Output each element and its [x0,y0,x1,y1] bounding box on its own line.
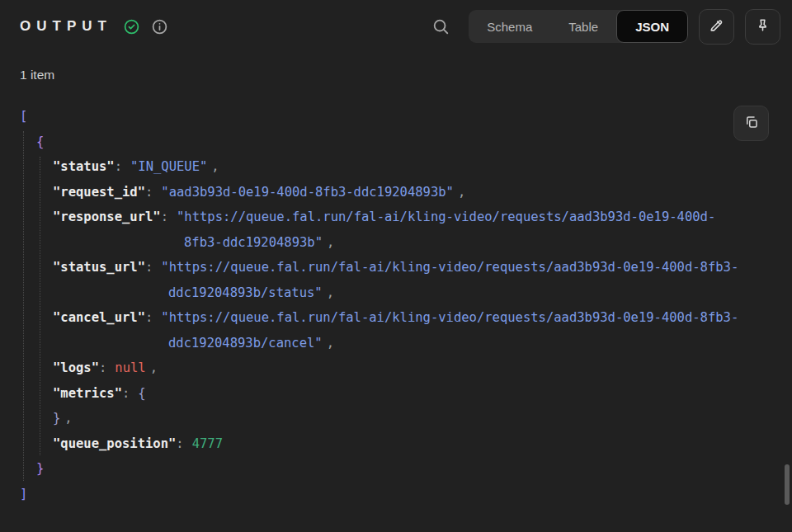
json-colon: : [145,185,153,200]
output-panel: OUTPUT Schema Table JSON 1 [0,0,792,511]
pin-button[interactable] [745,9,780,45]
header-right: Schema Table JSON [431,9,780,45]
search-icon[interactable] [431,17,450,35]
scrollbar-thumb[interactable] [785,464,790,505]
json-string-value: "aad3b93d-0e19-400d-8fb3-ddc19204893b" [161,185,454,200]
json-line-queue-position: "queue_position":4777 [20,431,772,457]
json-string-value: "https://queue.fal.run/fal-ai/kling-vide… [177,210,715,224]
pencil-icon [709,17,724,35]
json-colon: : [176,436,183,451]
json-key: "request_id" [53,185,145,200]
tab-table[interactable]: Table [550,10,616,43]
json-line-open-array: [ [20,104,772,129]
json-key: "status_url" [53,260,145,275]
json-line-close-array: ] [20,482,772,507]
json-line-status: "status":"IN_QUEUE", [20,154,772,180]
json-key: "metrics" [53,386,122,401]
json-bracket: [ [20,109,27,124]
json-colon: : [115,159,122,174]
json-bracket: ] [20,487,27,501]
header-left: OUTPUT [20,18,168,35]
indent-guide-level-1 [23,131,24,481]
json-line-cancel-url: "cancel_url":"https://queue.fal.run/fal-… [20,305,772,331]
json-string-value: "https://queue.fal.run/fal-ai/kling-vide… [161,260,738,275]
json-key: "status" [53,159,115,174]
json-line-logs: "logs":null, [20,355,772,381]
json-string-value: 8fb3-ddc19204893b" [184,235,323,250]
json-key: "response_url" [53,210,161,224]
item-count: 1 item [20,68,792,82]
json-comma: , [150,360,158,375]
json-line-open-object: { [20,129,772,155]
json-colon: : [145,310,153,325]
json-brace: { [138,386,145,401]
copy-button[interactable] [733,106,769,141]
copy-icon [744,115,759,132]
json-string-value: "IN_QUEUE" [130,159,207,174]
json-comma: , [458,185,465,200]
json-comma: , [327,285,334,300]
json-colon: : [145,260,153,275]
json-number-value: 4777 [192,436,223,451]
json-colon: : [99,360,106,375]
json-brace: } [53,411,60,426]
json-line-cancel-url-cont: ddc19204893b/cancel", [20,331,772,356]
check-circle-icon [123,18,140,35]
json-viewer: [ { "status":"IN_QUEUE", "request_id":"a… [0,99,792,511]
json-brace: } [36,461,44,476]
json-line-status-url-cont: ddc19204893b/status", [20,280,772,306]
json-line-metrics-close: }, [20,406,772,431]
json-null-value: null [115,360,145,375]
json-line-response-url-cont: 8fb3-ddc19204893b", [20,230,772,256]
json-brace: { [36,134,44,149]
json-line-response-url: "response_url":"https://queue.fal.run/fa… [20,205,772,230]
json-string-value: ddc19204893b/status" [168,285,323,300]
indent-guide-level-2 [40,157,40,455]
json-line-request-id: "request_id":"aad3b93d-0e19-400d-8fb3-dd… [20,180,772,205]
json-key: "logs" [53,360,99,375]
json-comma: , [64,411,72,426]
json-line-status-url: "status_url":"https://queue.fal.run/fal-… [20,255,772,280]
json-key: "queue_position" [53,436,176,451]
tab-json[interactable]: JSON [616,10,688,43]
json-line-metrics: "metrics":{ [20,381,772,407]
json-colon: : [161,210,168,224]
edit-button[interactable] [699,9,734,45]
view-switcher: Schema Table JSON [469,10,688,43]
tab-schema[interactable]: Schema [469,10,550,43]
json-colon: : [122,386,130,401]
output-header: OUTPUT Schema Table JSON [0,0,792,53]
json-comma: , [211,159,219,174]
info-icon[interactable] [151,18,168,35]
json-string-value: ddc19204893b/cancel" [168,336,323,351]
json-string-value: "https://queue.fal.run/fal-ai/kling-vide… [161,310,738,325]
json-key: "cancel_url" [53,310,145,325]
json-comma: , [327,235,334,250]
json-comma: , [327,336,334,351]
json-line-close-object: } [20,456,772,482]
pin-icon [755,17,771,35]
panel-title: OUTPUT [20,18,112,35]
